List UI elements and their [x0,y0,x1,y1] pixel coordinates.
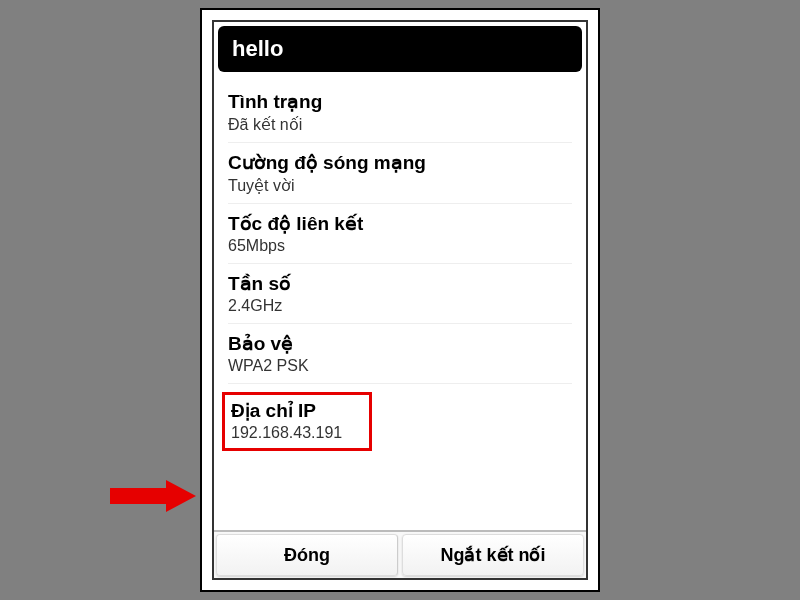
security-value: WPA2 PSK [228,357,572,375]
signal-label: Cường độ sóng mạng [228,151,572,174]
arrow-head-icon [166,480,196,512]
dialog-buttons: Đóng Ngắt kết nối [214,530,586,578]
frequency-row: Tần số 2.4GHz [228,264,572,324]
signal-value: Tuyệt vời [228,176,572,195]
status-row: Tình trạng Đã kết nối [228,82,572,143]
screenshot-frame: hello Tình trạng Đã kết nối Cường độ són… [200,8,600,592]
ip-value: 192.168.43.191 [231,424,363,442]
disconnect-button[interactable]: Ngắt kết nối [402,534,584,576]
link-speed-row: Tốc độ liên kết 65Mbps [228,204,572,264]
annotation-arrow [110,480,200,512]
status-value: Đã kết nối [228,115,572,134]
dialog: hello Tình trạng Đã kết nối Cường độ són… [212,20,588,580]
dialog-title: hello [218,26,582,72]
frequency-value: 2.4GHz [228,297,572,315]
signal-row: Cường độ sóng mạng Tuyệt vời [228,143,572,204]
status-label: Tình trạng [228,90,572,113]
ip-row: Địa chỉ IP 192.168.43.191 [228,384,572,459]
security-row: Bảo vệ WPA2 PSK [228,324,572,384]
security-label: Bảo vệ [228,332,572,355]
link-speed-label: Tốc độ liên kết [228,212,572,235]
ip-label: Địa chỉ IP [231,399,363,422]
close-button[interactable]: Đóng [216,534,398,576]
ip-highlight: Địa chỉ IP 192.168.43.191 [222,392,372,451]
link-speed-value: 65Mbps [228,237,572,255]
frequency-label: Tần số [228,272,572,295]
wifi-details: Tình trạng Đã kết nối Cường độ sóng mạng… [214,76,586,530]
arrow-shaft [110,488,168,504]
